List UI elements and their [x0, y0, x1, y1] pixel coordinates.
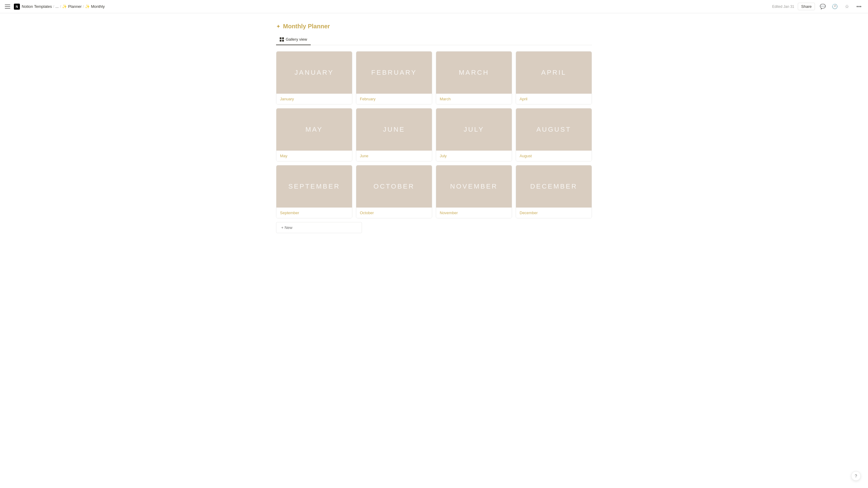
gallery-card-image-may: MAY: [276, 108, 352, 151]
gallery-card-title-may: May: [276, 151, 352, 161]
gallery-card-image-april: APRIL: [516, 52, 592, 94]
gallery-card-title-june: June: [356, 151, 432, 161]
gallery-card-november[interactable]: NOVEMBER November: [436, 165, 512, 218]
gallery-card-september[interactable]: SEPTEMBER September: [276, 165, 352, 218]
gallery-card-month-label-july: JULY: [464, 126, 484, 133]
tab-gallery-view[interactable]: Gallery view: [276, 35, 311, 45]
gallery-view-icon: [280, 37, 284, 41]
gallery-card-month-label-september: SEPTEMBER: [288, 183, 340, 190]
gallery-card-image-march: MARCH: [436, 52, 512, 94]
gallery-card-title-february: February: [356, 94, 432, 104]
new-row: + New: [276, 222, 592, 233]
gallery-card-title-september: September: [276, 207, 352, 218]
edited-label: Edited Jan 31: [772, 4, 794, 9]
breadcrumb-notion-templates[interactable]: Notion Templates: [22, 4, 52, 9]
gallery-card-image-february: FEBRUARY: [356, 52, 432, 94]
view-tabs: Gallery view: [276, 35, 592, 45]
gallery-card-month-label-may: MAY: [305, 126, 323, 133]
breadcrumb-ellipsis[interactable]: ...: [56, 4, 59, 9]
gallery-card-image-august: AUGUST: [516, 108, 592, 151]
breadcrumb-monthly[interactable]: ✨ Monthly: [85, 4, 104, 9]
clock-icon[interactable]: 🕐: [831, 2, 839, 11]
gallery-card-title-january: January: [276, 94, 352, 104]
gallery-view-label: Gallery view: [286, 37, 307, 41]
page-title: Monthly Planner: [283, 23, 330, 30]
more-icon[interactable]: •••: [855, 2, 863, 11]
gallery-card-image-december: DECEMBER: [516, 165, 592, 207]
gallery-card-title-october: October: [356, 207, 432, 218]
gallery-card-title-november: November: [436, 207, 512, 218]
gallery-card-month-label-october: OCTOBER: [373, 183, 414, 190]
gallery-card-month-label-december: DECEMBER: [530, 183, 578, 190]
breadcrumb-sep-2: /: [60, 4, 61, 9]
gallery-card-image-september: SEPTEMBER: [276, 165, 352, 207]
comment-icon[interactable]: 💬: [818, 2, 827, 11]
gallery-card-month-label-january: JANUARY: [294, 69, 334, 76]
page-title-row: ✦ Monthly Planner: [276, 23, 592, 30]
gallery-card-month-label-november: NOVEMBER: [450, 183, 498, 190]
star-icon[interactable]: ☆: [843, 2, 851, 11]
topbar: N Notion Templates / ... / ✨ Planner / ✨…: [0, 0, 868, 13]
gallery-card-image-july: JULY: [436, 108, 512, 151]
gallery-card-month-label-february: FEBRUARY: [371, 69, 417, 76]
new-button[interactable]: + New: [276, 222, 362, 233]
page-container: ✦ Monthly Planner Gallery view JANUARY J…: [247, 13, 621, 243]
gallery-card-february[interactable]: FEBRUARY February: [356, 51, 432, 104]
gallery-card-image-january: JANUARY: [276, 52, 352, 94]
gallery-card-month-label-august: AUGUST: [536, 126, 571, 133]
gallery-card-month-label-june: JUNE: [383, 126, 405, 133]
notion-logo: N: [14, 4, 20, 10]
gallery-card-december[interactable]: DECEMBER December: [516, 165, 592, 218]
gallery-card-january[interactable]: JANUARY January: [276, 51, 352, 104]
gallery-card-may[interactable]: MAY May: [276, 108, 352, 161]
gallery-card-title-august: August: [516, 151, 592, 161]
breadcrumb-planner[interactable]: ✨ Planner: [62, 4, 82, 9]
gallery-grid: JANUARY January FEBRUARY February MARCH …: [276, 51, 592, 218]
gallery-card-october[interactable]: OCTOBER October: [356, 165, 432, 218]
gallery-card-month-label-april: APRIL: [541, 69, 567, 76]
gallery-card-image-november: NOVEMBER: [436, 165, 512, 207]
breadcrumb: Notion Templates / ... / ✨ Planner / ✨ M…: [22, 4, 105, 9]
menu-icon[interactable]: [5, 3, 12, 10]
gallery-card-title-march: March: [436, 94, 512, 104]
gallery-card-june[interactable]: JUNE June: [356, 108, 432, 161]
gallery-card-image-june: JUNE: [356, 108, 432, 151]
gallery-card-title-april: April: [516, 94, 592, 104]
gallery-card-august[interactable]: AUGUST August: [516, 108, 592, 161]
topbar-right: Edited Jan 31 Share 💬 🕐 ☆ •••: [772, 2, 863, 11]
share-button[interactable]: Share: [798, 3, 815, 10]
topbar-left: N Notion Templates / ... / ✨ Planner / ✨…: [5, 3, 105, 10]
title-sparkle-icon: ✦: [276, 23, 281, 30]
gallery-card-title-july: July: [436, 151, 512, 161]
gallery-card-july[interactable]: JULY July: [436, 108, 512, 161]
breadcrumb-sep-1: /: [53, 4, 54, 9]
gallery-card-month-label-march: MARCH: [459, 69, 489, 76]
gallery-card-title-december: December: [516, 207, 592, 218]
gallery-card-image-october: OCTOBER: [356, 165, 432, 207]
gallery-card-april[interactable]: APRIL April: [516, 51, 592, 104]
breadcrumb-sep-3: /: [83, 4, 84, 9]
gallery-card-march[interactable]: MARCH March: [436, 51, 512, 104]
